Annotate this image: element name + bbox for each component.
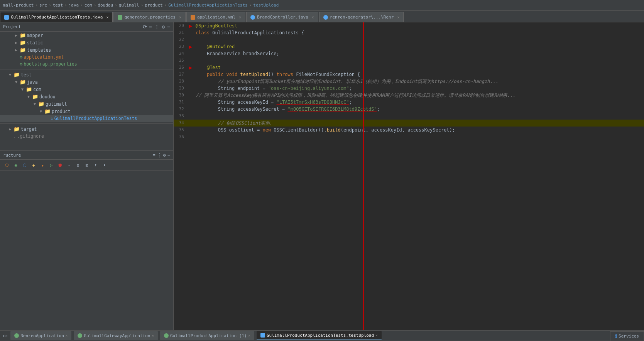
tree-folder-test[interactable]: ▼ 📁 test xyxy=(0,71,173,78)
services-label: Services xyxy=(619,334,639,339)
line-num: 26 xyxy=(174,64,187,71)
code-view[interactable]: 20 ▶ @SpringBootTest 21 class GulimallPr… xyxy=(174,22,644,330)
folder-icon: 📁 xyxy=(44,108,51,114)
struct-btn-2[interactable]: ◉ xyxy=(12,161,20,169)
line-num: 31 xyxy=(174,99,187,106)
tree-file-gitignore[interactable]: . .gitignore xyxy=(0,133,173,140)
tree-folder-target[interactable]: ▶ 📁 target xyxy=(0,125,173,133)
tree-folder-java[interactable]: ▼ 📁 java xyxy=(0,78,173,86)
struct-btn-1[interactable]: ⬡ xyxy=(3,161,11,169)
line-num: 29 xyxy=(174,85,187,92)
struct-btn-11[interactable]: ⬆ xyxy=(92,161,100,169)
code-line-25: 25 xyxy=(174,57,644,64)
close-icon[interactable]: ✕ xyxy=(152,334,154,338)
minimize-icon[interactable]: − xyxy=(167,24,170,30)
tree-folder-com[interactable]: ▼ 📁 com xyxy=(0,86,173,93)
folder-icon: 📁 xyxy=(20,79,26,85)
tree-folder-templates[interactable]: ▶ 📁 templates xyxy=(0,46,173,54)
line-num: 32 xyxy=(174,106,187,113)
struct-btn-5[interactable]: ⬥ xyxy=(39,161,46,169)
tab-renren-gen[interactable]: renren-generator\...\Renr ✕ xyxy=(319,12,404,22)
tree-folder-mapper[interactable]: ▶ 📁 mapper xyxy=(0,32,173,39)
line-content: @Autowired xyxy=(194,43,644,50)
tab-label: generator.properties xyxy=(124,15,175,20)
tree-folder-gulimall[interactable]: ▼ 📁 gulimall xyxy=(0,100,173,108)
close-icon[interactable]: ✕ xyxy=(66,334,68,338)
tree-folder-product[interactable]: ▼ 📁 product xyxy=(0,108,173,115)
run-bar-prefix: n: xyxy=(0,333,8,338)
structure-label: ructure xyxy=(3,153,21,158)
line-content: BrandService brandService; xyxy=(194,50,644,57)
arrow-icon: ▶ xyxy=(14,41,19,45)
sort-icon[interactable]: ≡ xyxy=(152,152,155,158)
tab-application-yml[interactable]: application.yml ✕ xyxy=(186,12,245,22)
struct-btn-9[interactable]: ⊞ xyxy=(74,161,82,169)
run-tab-gateway[interactable]: GulimallGatewayApplication ✕ xyxy=(74,331,158,340)
close-icon[interactable]: ✕ xyxy=(312,15,314,19)
folder-icon: 📁 xyxy=(14,72,20,78)
run-icon-green xyxy=(14,333,19,338)
tab-main-file[interactable]: GulimallProductApplicationTests.java ✕ xyxy=(0,12,113,22)
java-file-icon xyxy=(4,15,9,20)
tree-folder-doudou[interactable]: ▼ 📁 doudou xyxy=(0,93,173,100)
main-layout: Project ⟳ ≡ ⋮ ⚙ − ▶ 📁 mapper ▶ 📁 static … xyxy=(0,22,644,330)
settings-icon-2[interactable]: ⚙ xyxy=(163,152,166,158)
line-num: 36 xyxy=(174,133,187,140)
tree-item-label: templates xyxy=(27,47,51,53)
collapse-icon[interactable]: ≡ xyxy=(149,24,152,30)
close-icon[interactable]: ✕ xyxy=(248,334,250,338)
java-file-icon-2 xyxy=(250,15,255,20)
props-file-icon xyxy=(118,15,122,20)
arrow-indicator: ▶ xyxy=(189,43,192,50)
arrow-indicator: ▶ xyxy=(189,22,192,29)
minimize-icon-2[interactable]: − xyxy=(167,152,170,158)
yml-icon: ⚙ xyxy=(20,54,22,60)
folder-icon: 📁 xyxy=(20,47,26,53)
arrow-indicator: ▶ xyxy=(189,64,192,71)
code-line-29: 29 String endpoint = "oss-cn-beijing.ali… xyxy=(174,85,644,92)
close-icon[interactable]: ✕ xyxy=(239,15,241,19)
close-icon[interactable]: ✕ xyxy=(179,15,181,19)
code-line-33: 33 xyxy=(174,113,644,120)
tab-generator-props[interactable]: generator.properties ✕ xyxy=(113,12,185,22)
close-icon[interactable]: ✕ xyxy=(106,15,108,19)
close-icon[interactable]: ✕ xyxy=(397,15,399,19)
close-icon[interactable]: ✕ xyxy=(375,333,377,337)
filter-icon[interactable]: ⋮ xyxy=(157,152,162,158)
services-button[interactable]: ℹ Services xyxy=(610,331,644,341)
tree-item-label: .gitignore xyxy=(17,133,44,139)
test-class-icon: ☕ xyxy=(51,116,53,121)
line-gutter: ▶ xyxy=(187,64,194,71)
props-icon: ⚙ xyxy=(20,61,22,67)
sync-icon[interactable]: ⟳ xyxy=(143,24,147,30)
tree-item-label: com xyxy=(33,87,41,92)
struct-btn-7[interactable]: ⬟ xyxy=(56,161,64,169)
struct-btn-3[interactable]: ⬡ xyxy=(21,161,29,169)
tree-file-test-class[interactable]: ☕ GulimallProductApplicationTests xyxy=(0,115,173,122)
more-icon[interactable]: ⋮ xyxy=(154,24,159,30)
settings-icon[interactable]: ⚙ xyxy=(162,24,165,30)
run-tab-label: GulimallGatewayApplication xyxy=(84,333,150,338)
line-num: 35 xyxy=(174,127,187,133)
line-num: 24 xyxy=(174,50,187,57)
run-tab-test-upload[interactable]: GulimallProductApplicationTests.testUplo… xyxy=(257,331,382,340)
struct-btn-12[interactable]: ⬇ xyxy=(101,161,108,169)
struct-btn-10[interactable]: ⊠ xyxy=(83,161,91,169)
breadcrumb-part: doudou xyxy=(98,3,113,8)
struct-btn-4[interactable]: ◆ xyxy=(30,161,37,169)
tree-file-bootstrap-props[interactable]: ⚙ bootstrap.properties xyxy=(0,61,173,68)
run-tab-renren[interactable]: RenrenApplication ✕ xyxy=(10,331,71,340)
tree-file-application-yml[interactable]: ⚙ application.yml xyxy=(0,54,173,61)
run-tab-label: GulimallProductApplication (1) xyxy=(170,333,247,338)
run-tab-product-app[interactable]: GulimallProductApplication (1) ✕ xyxy=(160,331,254,340)
code-line-27: 27 public void testUpload() throws FileN… xyxy=(174,71,644,78)
code-line-26: 26 ▶ @Test xyxy=(174,64,644,71)
tree-folder-static[interactable]: ▶ 📁 static xyxy=(0,39,173,46)
struct-btn-6[interactable]: ▷ xyxy=(47,161,55,169)
tree-item-label: product xyxy=(52,109,70,114)
tab-brand-controller[interactable]: BrandController.java ✕ xyxy=(246,12,318,22)
line-content: String accessKeyId = "LTAI5t7mrSxH63s7DQ… xyxy=(194,99,644,106)
info-icon: ℹ xyxy=(615,333,617,339)
breadcrumb-part: java xyxy=(69,3,79,8)
struct-btn-8[interactable]: ▿ xyxy=(65,161,73,169)
